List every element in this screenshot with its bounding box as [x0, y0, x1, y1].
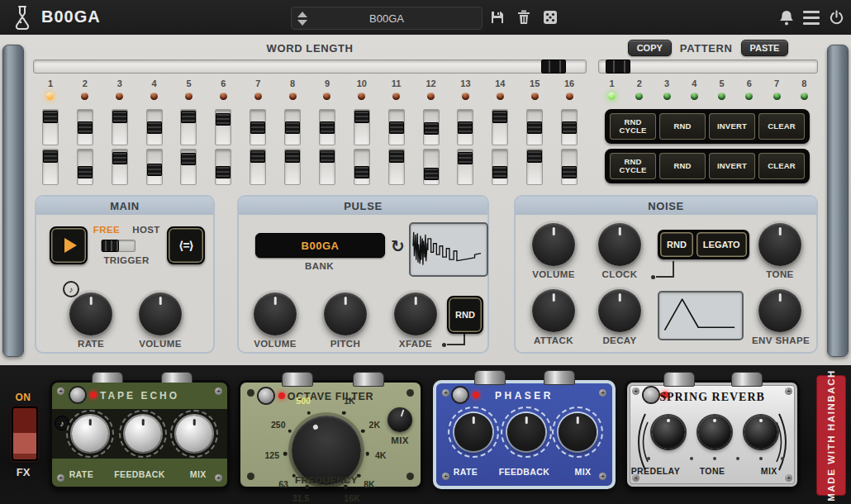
step-slider-2-7[interactable]: [250, 149, 266, 185]
rate-note-icon[interactable]: ♪: [63, 281, 79, 297]
step-slider-2-4[interactable]: [146, 149, 163, 185]
dice-button[interactable]: [539, 6, 562, 29]
trigger-switch[interactable]: [101, 240, 135, 252]
trigger-free-label[interactable]: FREE: [88, 225, 125, 235]
step-led[interactable]: [116, 93, 123, 100]
copy-button[interactable]: COPY: [628, 40, 672, 56]
step-slider-handle[interactable]: [112, 152, 127, 164]
step-slider-2-2[interactable]: [77, 149, 93, 185]
step-led[interactable]: [323, 93, 330, 100]
power-button[interactable]: [825, 6, 848, 29]
step-led[interactable]: [718, 93, 725, 100]
step-slider-handle[interactable]: [250, 150, 265, 163]
step-slider-1-9[interactable]: [319, 109, 335, 145]
step-led[interactable]: [220, 93, 227, 100]
step-led[interactable]: [497, 93, 504, 100]
step-slider-handle[interactable]: [527, 150, 542, 163]
step-led[interactable]: [635, 93, 643, 100]
spring-tone-knob[interactable]: [698, 416, 731, 449]
noise-clock-knob[interactable]: [598, 223, 641, 266]
pattern-button-2-rnd-cycle[interactable]: RND CYCLE: [610, 153, 656, 179]
step-led[interactable]: [254, 93, 262, 100]
step-slider-1-1[interactable]: [42, 109, 59, 145]
preset-down-icon[interactable]: [297, 20, 307, 26]
noise-legato-button[interactable]: LEGATO: [696, 232, 747, 257]
step-slider-handle[interactable]: [492, 166, 507, 178]
step-slider-handle[interactable]: [78, 166, 93, 178]
step-slider-1-15[interactable]: [526, 109, 543, 145]
step-slider-handle[interactable]: [389, 150, 404, 163]
step-slider-handle[interactable]: [216, 166, 231, 178]
preset-up-icon[interactable]: [297, 12, 307, 17]
pulse-volume-knob[interactable]: [254, 292, 297, 335]
save-button[interactable]: [486, 6, 509, 29]
sync-button[interactable]: ⟨=⟩: [167, 226, 205, 264]
step-slider-handle[interactable]: [43, 111, 58, 123]
step-slider-handle[interactable]: [181, 111, 196, 123]
pattern-button-2-clear[interactable]: CLEAR: [758, 153, 805, 179]
noise-rnd-button[interactable]: RND: [660, 232, 693, 257]
step-slider-1-6[interactable]: [215, 109, 231, 145]
pattern-button-1-invert[interactable]: INVERT: [709, 113, 755, 140]
noise-attack-knob[interactable]: [532, 289, 575, 332]
spring-mix-knob[interactable]: [744, 416, 777, 449]
step-slider-handle[interactable]: [562, 121, 577, 134]
step-slider-2-10[interactable]: [354, 149, 370, 185]
step-led[interactable]: [663, 93, 671, 100]
step-slider-2-1[interactable]: [42, 149, 59, 185]
pattern-button-1-rnd-cycle[interactable]: RND CYCLE: [610, 113, 656, 140]
step-slider-handle[interactable]: [389, 121, 404, 134]
phaser-feedback-knob[interactable]: [507, 413, 545, 451]
paste-button[interactable]: PASTE: [741, 40, 789, 56]
step-led[interactable]: [289, 93, 297, 100]
preset-selector[interactable]: B00GA: [291, 7, 483, 30]
step-slider-handle[interactable]: [458, 152, 473, 164]
step-slider-handle[interactable]: [424, 168, 439, 180]
step-slider-1-14[interactable]: [492, 109, 508, 145]
step-slider-handle[interactable]: [181, 153, 196, 165]
noise-env-shape-knob[interactable]: [758, 289, 801, 332]
step-slider-handle[interactable]: [354, 166, 369, 178]
step-led[interactable]: [185, 93, 193, 100]
spring-predelay-knob[interactable]: [652, 416, 685, 449]
step-slider-handle[interactable]: [320, 150, 335, 163]
pattern-button-2-rnd[interactable]: RND: [659, 153, 706, 179]
step-slider-handle[interactable]: [285, 150, 300, 163]
preset-stepper[interactable]: [292, 7, 313, 29]
tape-echo-rate-knob[interactable]: [72, 416, 108, 452]
octave-filter-mix-knob[interactable]: [387, 407, 412, 432]
phaser-mix-knob[interactable]: [559, 413, 597, 451]
step-slider-handle[interactable]: [78, 121, 93, 134]
step-slider-2-5[interactable]: [180, 149, 197, 185]
step-slider-1-5[interactable]: [180, 109, 197, 145]
step-led[interactable]: [566, 93, 573, 100]
step-led[interactable]: [462, 93, 469, 100]
play-button[interactable]: [50, 226, 88, 264]
pulse-xfade-knob[interactable]: [394, 292, 437, 335]
step-slider-2-12[interactable]: [423, 149, 440, 185]
pattern-button-1-clear[interactable]: CLEAR: [758, 113, 805, 140]
step-slider-handle[interactable]: [112, 111, 127, 123]
pattern-slider-handle[interactable]: [606, 59, 630, 74]
word-length-slider-handle[interactable]: [541, 59, 566, 74]
pattern-button-2-invert[interactable]: INVERT: [709, 153, 755, 179]
step-led[interactable]: [46, 93, 54, 100]
pattern-button-1-rnd[interactable]: RND: [659, 113, 706, 140]
step-led[interactable]: [531, 93, 539, 100]
tape-echo-feedback-knob[interactable]: [125, 416, 161, 452]
preset-name[interactable]: B00GA: [313, 12, 482, 25]
step-slider-1-11[interactable]: [388, 109, 405, 145]
noise-volume-knob[interactable]: [532, 223, 575, 266]
step-slider-handle[interactable]: [250, 121, 265, 134]
pulse-pitch-knob[interactable]: [324, 292, 367, 335]
pulse-rnd-button[interactable]: RND: [447, 296, 483, 334]
pattern-slider[interactable]: [598, 59, 818, 74]
step-slider-handle[interactable]: [147, 121, 162, 134]
step-slider-handle[interactable]: [492, 111, 507, 123]
step-slider-handle[interactable]: [527, 121, 542, 134]
phaser-rate-knob[interactable]: [454, 413, 492, 451]
fx-power-switch[interactable]: [12, 407, 38, 461]
noise-tone-knob[interactable]: [758, 223, 801, 266]
step-led[interactable]: [608, 93, 616, 100]
reload-bank-icon[interactable]: ↻: [391, 238, 405, 254]
